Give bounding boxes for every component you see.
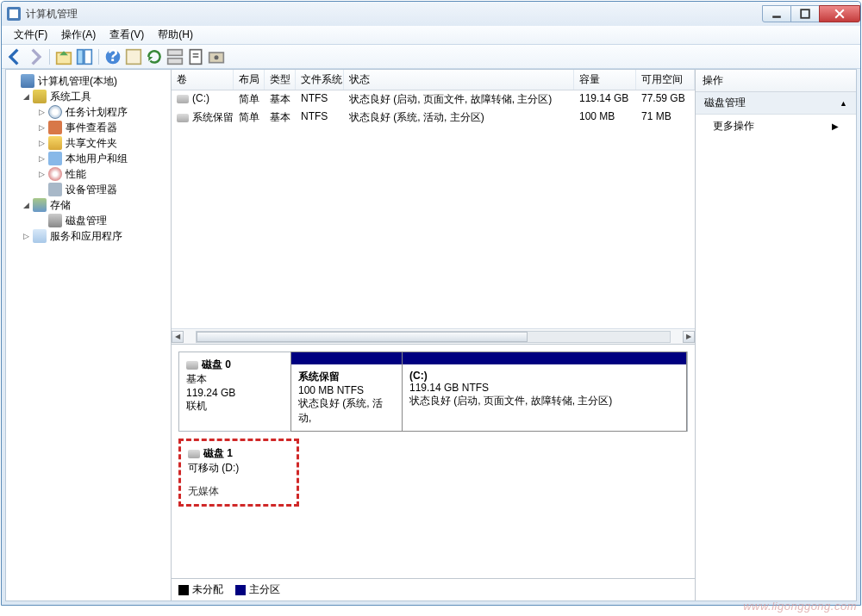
disk-info[interactable]: 磁盘 1 可移动 (D:) 无媒体 [181, 441, 297, 504]
watermark: www.ligonggong.com [743, 600, 857, 613]
actions-more[interactable]: 更多操作 ▶ [696, 115, 856, 138]
up-button[interactable] [54, 47, 73, 66]
partition[interactable]: (C:) 119.14 GB NTFS 状态良好 (启动, 页面文件, 故障转储… [402, 352, 687, 432]
col-capacity[interactable]: 容量 [574, 70, 636, 90]
volume-icon [177, 114, 189, 122]
properties-button[interactable] [186, 47, 205, 66]
legend-label: 主分区 [249, 583, 280, 595]
vol-name: 系统保留 [192, 111, 234, 123]
disk-row[interactable]: 磁盘 0 基本 119.24 GB 联机 系统保留 100 MB NTFS 状态… [178, 352, 688, 432]
col-filesystem[interactable]: 文件系统 [296, 70, 344, 90]
tree-root[interactable]: 计算机管理(本地) [6, 73, 171, 89]
actions-header: 操作 [696, 70, 856, 92]
tree-performance[interactable]: ▷性能 [6, 166, 171, 182]
disk-type: 可移动 (D:) [188, 461, 290, 476]
col-layout[interactable]: 布局 [234, 70, 265, 90]
partition[interactable]: 系统保留 100 MB NTFS 状态良好 (系统, 活动, [290, 352, 403, 432]
svg-rect-6 [84, 49, 91, 64]
tree-storage[interactable]: ◢存储 [6, 197, 171, 213]
col-volume[interactable]: 卷 [172, 70, 234, 90]
tree-label: 服务和应用程序 [50, 229, 122, 244]
disk-graphical-view[interactable]: 磁盘 0 基本 119.24 GB 联机 系统保留 100 MB NTFS 状态… [172, 344, 695, 578]
menu-file[interactable]: 文件(F) [7, 26, 54, 44]
disk-name: 磁盘 0 [202, 358, 231, 370]
partition-name: 系统保留 [298, 370, 395, 384]
performance-icon [48, 167, 62, 181]
volume-list-header[interactable]: 卷 布局 类型 文件系统 状态 容量 可用空间 [172, 70, 695, 90]
wrench-icon [33, 90, 47, 103]
menu-view[interactable]: 查看(V) [103, 26, 151, 44]
volume-row[interactable]: 系统保留 简单 基本 NTFS 状态良好 (系统, 活动, 主分区) 100 M… [172, 109, 695, 127]
menu-action[interactable]: 操作(A) [54, 26, 103, 44]
actions-item-label: 更多操作 [713, 119, 754, 134]
disk-row-removable[interactable]: 磁盘 1 可移动 (D:) 无媒体 [178, 439, 299, 507]
svg-rect-5 [78, 49, 84, 64]
horizontal-scrollbar[interactable]: ◀ ▶ [172, 328, 695, 344]
svg-point-16 [215, 55, 219, 59]
navigation-tree[interactable]: 计算机管理(本地) ◢系统工具 ▷任务计划程序 ▷事件查看器 ▷共享文件夹 ▷本… [6, 70, 172, 600]
client-area: 计算机管理(本地) ◢系统工具 ▷任务计划程序 ▷事件查看器 ▷共享文件夹 ▷本… [5, 69, 857, 601]
close-button[interactable] [819, 5, 860, 22]
tree-disk-management[interactable]: 磁盘管理 [6, 213, 171, 228]
maximize-button[interactable] [790, 5, 820, 22]
scroll-track[interactable] [196, 331, 671, 343]
volume-icon [177, 95, 189, 103]
col-type[interactable]: 类型 [265, 70, 296, 90]
computer-icon [21, 74, 34, 88]
disk-size: 119.24 GB [186, 387, 284, 399]
partition-size: 100 MB NTFS [298, 384, 395, 396]
disk-status: 无媒体 [188, 484, 290, 499]
legend-swatch-unallocated [178, 585, 189, 595]
settings-button[interactable] [207, 47, 226, 66]
col-status[interactable]: 状态 [344, 70, 574, 90]
legend: 未分配 主分区 [172, 578, 695, 600]
actions-section[interactable]: 磁盘管理 ▲ [696, 92, 856, 115]
main-pane: 卷 布局 类型 文件系统 状态 容量 可用空间 (C:) 简单 基本 NTFS … [172, 70, 696, 600]
disk-type: 基本 [186, 372, 284, 387]
volume-list[interactable]: (C:) 简单 基本 NTFS 状态良好 (启动, 页面文件, 故障转储, 主分… [172, 90, 695, 328]
minimize-button[interactable] [762, 5, 791, 22]
tree-task-scheduler[interactable]: ▷任务计划程序 [6, 104, 171, 120]
vol-type: 基本 [265, 91, 296, 108]
view-button-1[interactable] [124, 47, 143, 66]
tree-services[interactable]: ▷服务和应用程序 [6, 228, 171, 244]
tree-event-viewer[interactable]: ▷事件查看器 [6, 120, 171, 135]
scroll-thumb[interactable] [197, 332, 528, 342]
tree-shared-folders[interactable]: ▷共享文件夹 [6, 135, 171, 151]
menu-help[interactable]: 帮助(H) [151, 26, 200, 44]
scroll-right-icon[interactable]: ▶ [683, 331, 695, 343]
event-icon [48, 121, 62, 134]
users-icon [48, 152, 62, 165]
vol-fs: NTFS [296, 109, 344, 126]
refresh-button[interactable] [145, 47, 164, 66]
svg-rect-9 [127, 49, 141, 64]
forward-button[interactable] [26, 47, 45, 66]
menubar: 文件(F) 操作(A) 查看(V) 帮助(H) [2, 26, 860, 45]
tree-device-manager[interactable]: 设备管理器 [6, 182, 171, 197]
svg-rect-1 [801, 9, 809, 18]
vol-status: 状态良好 (系统, 活动, 主分区) [344, 109, 574, 126]
tree-local-users[interactable]: ▷本地用户和组 [6, 151, 171, 166]
vol-type: 基本 [265, 109, 296, 126]
tree-system-tools[interactable]: ◢系统工具 [6, 89, 171, 104]
app-icon [7, 7, 21, 21]
disk-info[interactable]: 磁盘 0 基本 119.24 GB 联机 [179, 352, 291, 431]
col-free[interactable]: 可用空间 [636, 70, 695, 90]
volume-row[interactable]: (C:) 简单 基本 NTFS 状态良好 (启动, 页面文件, 故障转储, 主分… [172, 90, 695, 109]
window-frame: 计算机管理 文件(F) 操作(A) 查看(V) 帮助(H) ? 计算机管理(本地… [1, 1, 861, 606]
back-button[interactable] [5, 47, 24, 66]
actions-section-label: 磁盘管理 [704, 96, 746, 110]
svg-text:?: ? [108, 48, 118, 65]
vol-name: (C:) [192, 92, 209, 104]
svg-rect-11 [168, 58, 183, 64]
device-icon [48, 183, 62, 196]
scroll-left-icon[interactable]: ◀ [172, 331, 184, 343]
chevron-up-icon: ▲ [840, 99, 847, 108]
legend-swatch-primary [235, 585, 246, 595]
help-button[interactable]: ? [103, 47, 122, 66]
show-hide-tree-button[interactable] [75, 47, 94, 66]
svg-rect-10 [168, 49, 183, 55]
tree-label: 磁盘管理 [66, 214, 107, 228]
view-button-2[interactable] [166, 47, 184, 66]
titlebar[interactable]: 计算机管理 [2, 2, 860, 26]
